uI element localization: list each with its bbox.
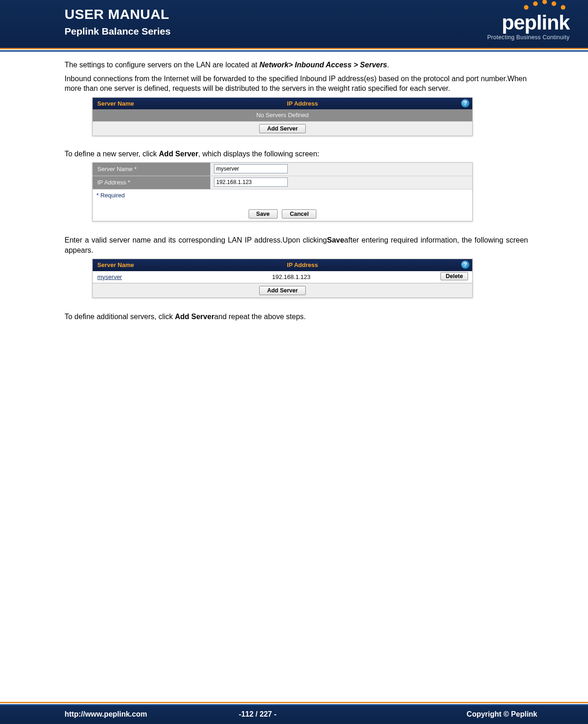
page-footer: http://www.peplink.com -112 / 227 - Copy… (0, 706, 588, 724)
col-ip-address: IP Address (287, 100, 468, 108)
delete-button[interactable]: Delete (440, 272, 468, 280)
add-server-form: Server Name * IP Address * * Required Sa… (92, 162, 473, 221)
required-note: * Required (93, 190, 472, 202)
add-server-button[interactable]: Add Server (259, 124, 306, 133)
save-button[interactable]: Save (249, 209, 278, 219)
servers-panel-filled: Server Name IP Address ? myserver 192.16… (92, 259, 473, 298)
ip-address-input[interactable] (214, 178, 288, 187)
server-name-link[interactable]: myserver (93, 271, 267, 283)
page-header: USER MANUAL Peplink Balance Series pepli… (0, 0, 588, 48)
divider-orange (0, 48, 588, 49)
col-server-name: Server Name (97, 261, 287, 269)
logo-wordmark: peplink (502, 12, 570, 33)
page-footer-wrap: http://www.peplink.com -112 / 227 - Copy… (0, 702, 588, 724)
logo-tagline: Protecting Business Continuity (487, 35, 570, 41)
servers-panel-empty: Server Name IP Address ? No Servers Defi… (92, 97, 473, 136)
button-bar: Add Server (93, 283, 472, 297)
para-add-server: To define a new server, click Add Server… (65, 149, 528, 159)
servers-table-header: Server Name IP Address ? (93, 98, 472, 110)
empty-state-text: No Servers Defined (93, 109, 472, 121)
nav-path: Network> Inbound Access > Servers (259, 61, 387, 69)
form-button-bar: Save Cancel (93, 201, 472, 221)
footer-url: http://www.peplink.com (65, 710, 239, 718)
brand-logo: peplink Protecting Business Continuity (487, 0, 570, 48)
footer-copyright: Copyright © Peplink (371, 710, 537, 718)
divider-orange (0, 702, 588, 703)
intro-para-1: The settings to configure servers on the… (65, 60, 528, 70)
button-bar: Add Server (93, 121, 472, 136)
col-ip-address: IP Address (287, 261, 468, 269)
server-name-input[interactable] (214, 164, 288, 173)
para-additional: To define additional servers, click Add … (65, 312, 528, 322)
intro-para-2: Inbound connections from the Internet wi… (65, 74, 528, 94)
content-body: The settings to configure servers on the… (0, 52, 588, 322)
servers-table-header: Server Name IP Address ? (93, 259, 472, 271)
server-ip-cell: 192.168.1.123 (267, 271, 434, 283)
label-server-name: Server Name * (93, 163, 210, 176)
add-server-button[interactable]: Add Server (259, 286, 306, 295)
footer-page-num: -112 / 227 - (239, 710, 372, 718)
label-ip-address: IP Address * (93, 176, 210, 189)
col-server-name: Server Name (97, 100, 287, 108)
logo-dots-icon (524, 5, 565, 10)
cancel-button[interactable]: Cancel (282, 209, 316, 219)
table-row: myserver 192.168.1.123 Delete (93, 271, 472, 284)
help-icon[interactable]: ? (461, 261, 469, 269)
help-icon[interactable]: ? (461, 99, 469, 107)
para-after-save: Enter a valid server name and its corres… (65, 235, 528, 255)
